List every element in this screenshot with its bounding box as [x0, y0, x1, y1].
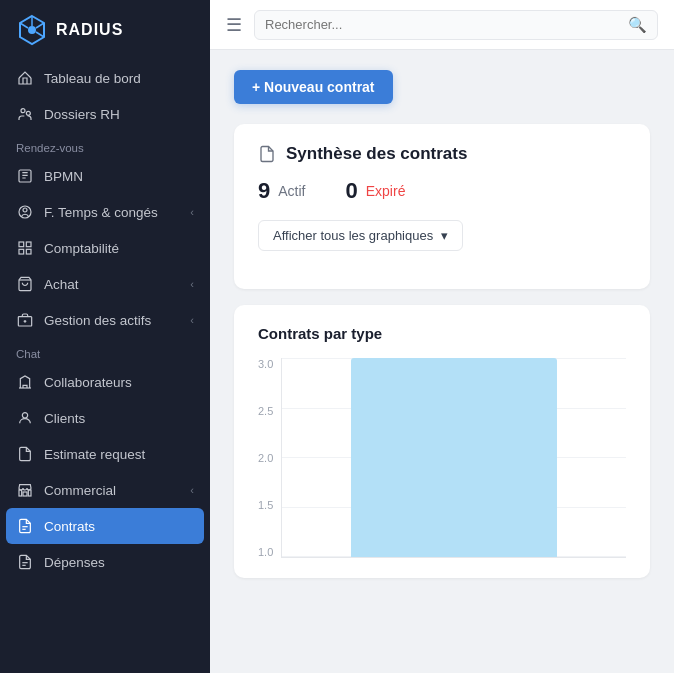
building2-icon: [16, 373, 34, 391]
sidebar-label-f-temps-conges: F. Temps & congés: [44, 205, 158, 220]
chevron-icon-commercial: ‹: [190, 484, 194, 496]
expired-label: Expiré: [366, 183, 406, 199]
synthese-title: Synthèse des contrats: [258, 144, 626, 164]
svg-rect-8: [19, 170, 31, 182]
svg-line-4: [36, 32, 44, 37]
search-input[interactable]: [265, 17, 620, 32]
bar-1: [351, 358, 557, 557]
synthese-card: Synthèse des contrats 9 Actif 0 Expiré A…: [234, 124, 650, 289]
search-icon: 🔍: [628, 16, 647, 34]
sidebar-item-achat[interactable]: Achat ‹: [0, 266, 210, 302]
svg-point-6: [21, 109, 25, 113]
user-circle-icon: [16, 203, 34, 221]
svg-rect-22: [28, 490, 31, 496]
sidebar-label-dossiers-rh: Dossiers RH: [44, 107, 120, 122]
sidebar-label-contrats: Contrats: [44, 519, 95, 534]
svg-point-10: [23, 208, 27, 212]
radius-logo-icon: [16, 14, 48, 46]
svg-rect-11: [19, 242, 24, 247]
sidebar-item-collaborateurs[interactable]: Collaborateurs: [0, 364, 210, 400]
y-label-2-5: 2.5: [258, 405, 273, 417]
chevron-icon-achat: ‹: [190, 278, 194, 290]
sidebar-label-bpmn: BPMN: [44, 169, 83, 184]
svg-line-3: [36, 23, 44, 28]
sidebar-item-gestion-actifs[interactable]: Gestion des actifs ‹: [0, 302, 210, 338]
y-axis: 3.0 2.5 2.0 1.5 1.0: [258, 358, 281, 558]
cart-icon: [16, 275, 34, 293]
sidebar-label-tableau-de-bord: Tableau de bord: [44, 71, 141, 86]
sidebar-item-bpmn[interactable]: BPMN: [0, 158, 210, 194]
file-icon: [16, 445, 34, 463]
show-all-charts-button[interactable]: Afficher tous les graphiques ▾: [258, 220, 463, 251]
sidebar-item-estimate-request[interactable]: Estimate request: [0, 436, 210, 472]
svg-rect-20: [19, 490, 22, 496]
sidebar-item-f-temps-conges[interactable]: F. Temps & congés ‹: [0, 194, 210, 230]
sidebar-item-contrats[interactable]: Contrats: [6, 508, 204, 544]
main-area: ☰ 🔍 + Nouveau contrat Synthèse des contr…: [210, 0, 674, 673]
hamburger-button[interactable]: ☰: [226, 14, 242, 36]
grid-icon: [16, 239, 34, 257]
stats-row: 9 Actif 0 Expiré: [258, 178, 626, 204]
svg-point-19: [22, 413, 27, 418]
sidebar-label-achat: Achat: [44, 277, 79, 292]
section-label-chat: Chat: [0, 338, 210, 364]
chevron-icon-gestion: ‹: [190, 314, 194, 326]
chart-bars: [281, 358, 626, 558]
chart-area: 3.0 2.5 2.0 1.5 1.0: [258, 358, 626, 558]
svg-point-7: [26, 111, 30, 115]
y-label-1: 1.0: [258, 546, 273, 558]
active-label: Actif: [278, 183, 305, 199]
svg-rect-21: [23, 492, 27, 496]
sidebar-item-tableau-de-bord[interactable]: Tableau de bord: [0, 60, 210, 96]
sidebar-label-collaborateurs: Collaborateurs: [44, 375, 132, 390]
document-icon: [258, 145, 276, 163]
synthese-title-text: Synthèse des contrats: [286, 144, 467, 164]
sidebar-item-dossiers-rh[interactable]: Dossiers RH: [0, 96, 210, 132]
app-name: RADIUS: [56, 21, 123, 39]
svg-rect-12: [26, 242, 31, 247]
y-label-1-5: 1.5: [258, 499, 273, 511]
sidebar-label-gestion-actifs: Gestion des actifs: [44, 313, 151, 328]
new-contract-button[interactable]: + Nouveau contrat: [234, 70, 393, 104]
sidebar-label-comptabilite: Comptabilité: [44, 241, 119, 256]
users-icon: [16, 105, 34, 123]
sidebar: RADIUS Tableau de bord Dossiers RH Rende…: [0, 0, 210, 673]
chevron-icon: ‹: [190, 206, 194, 218]
building-icon: [16, 311, 34, 329]
chart-section: Contrats par type 3.0 2.5 2.0 1.5 1.0: [234, 305, 650, 578]
sidebar-label-clients: Clients: [44, 411, 85, 426]
sidebar-item-clients[interactable]: Clients: [0, 400, 210, 436]
svg-line-5: [20, 23, 28, 28]
sidebar-item-commercial[interactable]: Commercial ‹: [0, 472, 210, 508]
y-label-3: 3.0: [258, 358, 273, 370]
sidebar-label-estimate-request: Estimate request: [44, 447, 145, 462]
section-label-rendez-vous: Rendez-vous: [0, 132, 210, 158]
book-icon: [16, 167, 34, 185]
user-icon: [16, 409, 34, 427]
search-bar[interactable]: 🔍: [254, 10, 658, 40]
svg-point-1: [28, 26, 36, 34]
main-content: + Nouveau contrat Synthèse des contrats …: [210, 50, 674, 673]
file-text2-icon: [16, 553, 34, 571]
sidebar-label-commercial: Commercial: [44, 483, 116, 498]
sidebar-item-comptabilite[interactable]: Comptabilité: [0, 230, 210, 266]
chevron-down-icon: ▾: [441, 228, 448, 243]
home-icon: [16, 69, 34, 87]
bar-col-1: [282, 358, 626, 557]
chart-title: Contrats par type: [258, 325, 626, 342]
dropdown-label: Afficher tous les graphiques: [273, 228, 433, 243]
stat-active: 9 Actif: [258, 178, 305, 204]
svg-rect-13: [19, 249, 24, 254]
sidebar-item-depenses[interactable]: Dépenses: [0, 544, 210, 580]
sidebar-label-depenses: Dépenses: [44, 555, 105, 570]
file-text-icon: [16, 517, 34, 535]
expired-count: 0: [345, 178, 357, 204]
store-icon: [16, 481, 34, 499]
logo-area: RADIUS: [0, 0, 210, 60]
y-label-2: 2.0: [258, 452, 273, 464]
stat-expired: 0 Expiré: [345, 178, 405, 204]
svg-rect-14: [26, 249, 31, 254]
active-count: 9: [258, 178, 270, 204]
app-header: ☰ 🔍: [210, 0, 674, 50]
